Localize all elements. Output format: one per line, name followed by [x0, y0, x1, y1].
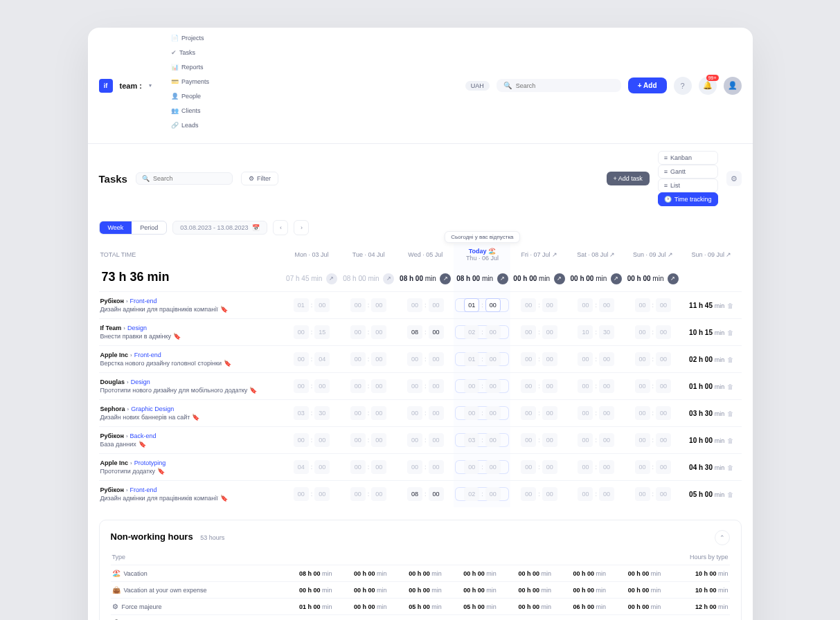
time-cell[interactable]: 00:00 [512, 460, 566, 474]
time-cell[interactable]: 00:00 [569, 487, 623, 501]
bookmark-icon[interactable]: 🔖 [173, 333, 181, 340]
time-cell[interactable]: 00:00 [398, 352, 452, 366]
task-project[interactable]: Sephora [100, 405, 125, 412]
time-cell[interactable]: 00:00 [285, 433, 339, 447]
task-project[interactable]: Рубікон [100, 432, 124, 439]
time-cell[interactable]: 02:00 [455, 487, 509, 501]
chevron-down-icon[interactable]: ▾ [149, 82, 152, 89]
time-cell[interactable]: 00:00 [569, 460, 623, 474]
trash-icon[interactable]: 🗑 [727, 410, 733, 417]
time-cell[interactable]: 00:00 [512, 379, 566, 393]
task-category[interactable]: Back-end [130, 432, 157, 439]
nav-reports[interactable]: 📊Reports [171, 64, 209, 71]
time-cell[interactable]: 00:00 [626, 379, 680, 393]
time-cell[interactable]: 00:00 [626, 352, 680, 366]
date-range[interactable]: 03.08.2023 - 13.08.2023 📅 [172, 221, 267, 235]
add-task-button[interactable]: + Add task [607, 172, 650, 185]
search-input[interactable] [516, 82, 614, 89]
time-cell[interactable]: 01:00 [455, 298, 509, 312]
task-project[interactable]: Douglas [100, 379, 125, 385]
time-cell[interactable]: 00:00 [569, 379, 623, 393]
task-project[interactable]: Apple Inc [100, 459, 129, 466]
time-cell[interactable]: 00:00 [512, 325, 566, 339]
time-cell[interactable]: 00:00 [512, 352, 566, 366]
task-title[interactable]: Дизайн адмінки для працівників компанії [100, 306, 218, 313]
seg-week[interactable]: Week [100, 221, 132, 234]
task-title[interactable]: Прототипи додатку [100, 468, 155, 475]
time-cell[interactable]: 00:00 [398, 379, 452, 393]
view-time-tracking[interactable]: 🕑Time tracking [658, 192, 718, 206]
gear-icon[interactable]: ⚙ [726, 171, 742, 186]
bookmark-icon[interactable]: 🔖 [220, 306, 228, 313]
task-project[interactable]: Рубікон [100, 486, 124, 493]
task-project[interactable]: Рубікон [100, 298, 124, 304]
time-cell[interactable]: 00:00 [512, 487, 566, 501]
time-cell[interactable]: 00:00 [626, 325, 680, 339]
time-cell[interactable]: 00:00 [626, 487, 680, 501]
time-cell[interactable]: 00:00 [455, 379, 509, 393]
task-project[interactable]: If Team [100, 325, 122, 331]
bookmark-icon[interactable]: 🔖 [220, 495, 228, 502]
time-cell[interactable]: 00:00 [341, 379, 395, 393]
time-cell[interactable]: 00:00 [569, 433, 623, 447]
time-cell[interactable]: 00:00 [341, 460, 395, 474]
time-cell[interactable]: 00:00 [455, 460, 509, 474]
time-cell[interactable]: 00:00 [626, 298, 680, 312]
time-cell[interactable]: 00:00 [569, 352, 623, 366]
task-title[interactable]: Верстка нового дизайну головної сторінки [100, 360, 222, 367]
bookmark-icon[interactable]: 🔖 [224, 360, 231, 367]
task-category[interactable]: Prototyping [134, 459, 166, 466]
trash-icon[interactable]: 🗑 [727, 464, 733, 471]
expand-icon[interactable]: ↗ [440, 273, 451, 284]
expand-icon[interactable]: ↗ [611, 273, 622, 284]
time-cell[interactable]: 00:00 [341, 325, 395, 339]
task-title[interactable]: База данних [100, 441, 136, 448]
time-cell[interactable]: 00:00 [455, 406, 509, 420]
nav-people[interactable]: 👤People [171, 93, 209, 100]
time-cell[interactable]: 00:00 [398, 406, 452, 420]
bookmark-icon[interactable]: 🔖 [249, 387, 257, 394]
brand-name[interactable]: team : [120, 82, 142, 90]
expand-icon[interactable]: ↗ [554, 273, 565, 284]
bookmark-icon[interactable]: 🔖 [192, 414, 199, 421]
expand-icon[interactable]: ↗ [326, 273, 337, 284]
time-cell[interactable]: 03:30 [285, 406, 339, 420]
time-cell[interactable]: 00:00 [626, 406, 680, 420]
bookmark-icon[interactable]: 🔖 [157, 468, 165, 475]
view-list[interactable]: ≡List [658, 179, 718, 192]
nav-tasks[interactable]: ✔Tasks [171, 49, 209, 56]
task-title[interactable]: Прототипи нового дизайну для мобільного … [100, 387, 248, 394]
time-cell[interactable]: 00:00 [626, 433, 680, 447]
task-category[interactable]: Front-end [134, 352, 161, 358]
time-cell[interactable]: 00:00 [341, 298, 395, 312]
time-cell[interactable]: 00:00 [512, 406, 566, 420]
trash-icon[interactable]: 🗑 [727, 437, 733, 444]
time-cell[interactable]: 00:04 [285, 352, 339, 366]
add-button[interactable]: + Add [628, 78, 667, 93]
task-category[interactable]: Front-end [130, 486, 157, 493]
task-search[interactable]: 🔍 [136, 172, 233, 185]
time-cell[interactable]: 00:00 [341, 487, 395, 501]
time-cell[interactable]: 00:00 [341, 433, 395, 447]
expand-icon[interactable]: ↗ [668, 273, 679, 284]
time-cell[interactable]: 08:00 [398, 487, 452, 501]
task-category[interactable]: Design [131, 379, 150, 385]
bookmark-icon[interactable]: 🔖 [138, 441, 146, 448]
nav-clients[interactable]: 👥Clients [171, 107, 209, 114]
task-category[interactable]: Front-end [130, 298, 157, 304]
time-cell[interactable]: 04:00 [285, 460, 339, 474]
time-cell[interactable]: 02:00 [455, 325, 509, 339]
prev-arrow[interactable]: ‹ [273, 220, 288, 235]
time-cell[interactable]: 00:00 [398, 298, 452, 312]
trash-icon[interactable]: 🗑 [727, 356, 733, 363]
currency-pill[interactable]: UAH [465, 81, 490, 91]
view-gantt[interactable]: ≡Gantt [658, 165, 718, 179]
nav-projects[interactable]: 📄Projects [171, 35, 209, 42]
time-cell[interactable]: 03:00 [455, 433, 509, 447]
notification-icon[interactable]: 🔔99+ [699, 77, 717, 95]
time-cell[interactable]: 00:00 [569, 298, 623, 312]
seg-period[interactable]: Period [132, 221, 166, 234]
trash-icon[interactable]: 🗑 [727, 491, 733, 498]
task-title[interactable]: Дизайн нових баннерів на сайт [100, 414, 190, 421]
time-cell[interactable]: 01:00 [455, 352, 509, 366]
